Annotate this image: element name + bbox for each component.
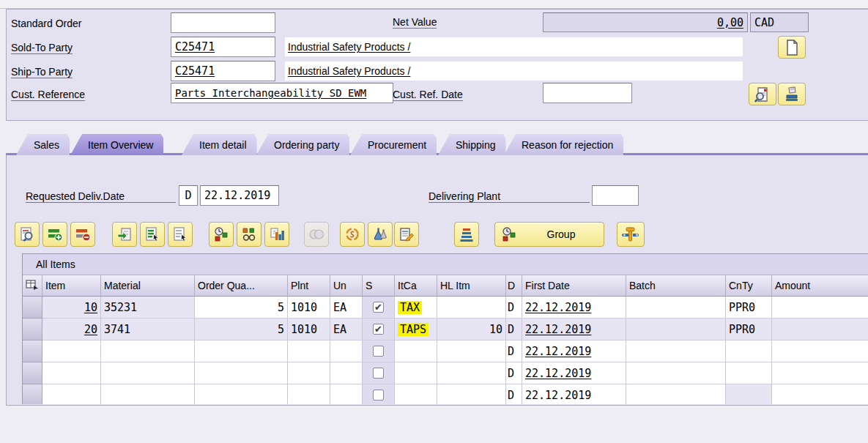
- cell-hl-item[interactable]: [437, 297, 506, 319]
- cell-plant[interactable]: [288, 384, 330, 404]
- cell-material[interactable]: 35231: [101, 297, 195, 319]
- cell-d[interactable]: D: [506, 362, 522, 384]
- tab-shipping[interactable]: Shipping: [438, 134, 506, 155]
- cell-hl-item[interactable]: [437, 340, 506, 362]
- cell-batch[interactable]: [626, 297, 726, 319]
- col-cnty[interactable]: CnTy: [726, 275, 772, 297]
- col-s[interactable]: S: [363, 275, 395, 297]
- cell-s-checkbox[interactable]: ✔: [363, 319, 395, 340]
- configuration-button[interactable]: [394, 222, 419, 247]
- cell-item[interactable]: [42, 384, 101, 404]
- create-document-button[interactable]: [778, 36, 806, 59]
- col-unit[interactable]: Un: [330, 275, 363, 297]
- output-preview-button[interactable]: [778, 83, 806, 105]
- row-selector[interactable]: [23, 319, 42, 340]
- col-hl-item[interactable]: HL Itm: [437, 275, 506, 297]
- cell-qty[interactable]: [195, 362, 288, 384]
- ship-to-name-field[interactable]: Industrial Safety Products /: [285, 62, 743, 81]
- sold-to-input[interactable]: C25471: [171, 37, 275, 57]
- row-selector[interactable]: [23, 362, 42, 384]
- cell-s-checkbox[interactable]: [363, 362, 395, 384]
- batch-determination-button[interactable]: [368, 222, 393, 247]
- col-plant[interactable]: Plnt: [288, 275, 330, 297]
- cell-s-checkbox[interactable]: [363, 340, 395, 362]
- display-range-button[interactable]: [237, 222, 261, 247]
- cell-first-date[interactable]: 22.12.2019: [522, 319, 626, 340]
- cell-cnty[interactable]: [726, 384, 772, 404]
- cell-qty[interactable]: [195, 384, 288, 404]
- cell-amount[interactable]: [772, 340, 868, 362]
- cell-item[interactable]: 20: [42, 319, 101, 340]
- cell-plant[interactable]: [288, 362, 330, 384]
- cell-unit[interactable]: [330, 362, 363, 384]
- cell-cnty[interactable]: [726, 340, 772, 362]
- cell-unit[interactable]: EA: [330, 319, 363, 340]
- delivering-plant-input[interactable]: [592, 185, 639, 206]
- availability-check-button[interactable]: [209, 222, 234, 247]
- cell-first-date[interactable]: 22.12.2019: [522, 297, 626, 319]
- cell-first-date[interactable]: 22.12.2019: [522, 384, 626, 404]
- cell-material[interactable]: [101, 362, 195, 384]
- cell-batch[interactable]: [626, 319, 726, 340]
- group-button[interactable]: Group: [494, 222, 604, 247]
- cell-amount[interactable]: [772, 297, 868, 319]
- tab-reason-for-rejection[interactable]: Reason for rejection: [504, 134, 623, 155]
- cell-batch[interactable]: [626, 384, 726, 404]
- find-item-button[interactable]: [15, 222, 40, 247]
- cell-s-checkbox[interactable]: ✔: [363, 297, 395, 319]
- cell-itca[interactable]: TAPS: [395, 319, 437, 340]
- cell-cnty[interactable]: PPR0: [726, 297, 772, 319]
- cell-hl-item[interactable]: 10: [437, 319, 506, 340]
- col-batch[interactable]: Batch: [626, 275, 726, 297]
- cell-itca[interactable]: [395, 362, 437, 384]
- cell-qty[interactable]: 5: [195, 297, 288, 319]
- item-detail-button[interactable]: [140, 222, 165, 247]
- row-selector[interactable]: [23, 340, 42, 362]
- tab-ordering-party[interactable]: Ordering party: [256, 134, 349, 155]
- col-item[interactable]: Item: [42, 275, 101, 297]
- cust-ref-date-input[interactable]: [543, 83, 632, 103]
- search-documents-button[interactable]: [749, 83, 776, 105]
- cell-material[interactable]: 3741: [101, 319, 195, 340]
- cell-d[interactable]: D: [506, 297, 522, 319]
- cell-plant[interactable]: 1010: [288, 297, 330, 319]
- cell-hl-item[interactable]: [437, 362, 506, 384]
- cell-amount[interactable]: [772, 319, 868, 340]
- tab-item-detail[interactable]: Item detail: [182, 134, 257, 155]
- cell-qty[interactable]: 5: [195, 319, 288, 340]
- cell-first-date[interactable]: 22.12.2019: [522, 340, 626, 362]
- col-order-quantity[interactable]: Order Qua...: [195, 275, 288, 297]
- insert-item-button[interactable]: [42, 222, 67, 247]
- pricing-button[interactable]: 7: [264, 222, 289, 247]
- requested-deliv-date-input[interactable]: 22.12.2019: [200, 185, 279, 206]
- cell-plant[interactable]: [288, 340, 330, 362]
- col-itca[interactable]: ItCa: [395, 275, 437, 297]
- cell-item[interactable]: [42, 340, 101, 362]
- col-material[interactable]: Material: [101, 275, 195, 297]
- cell-cnty[interactable]: [726, 362, 772, 384]
- cell-plant[interactable]: 1010: [288, 319, 330, 340]
- cell-amount[interactable]: [772, 362, 868, 384]
- order-number-input[interactable]: [171, 12, 275, 33]
- sold-to-name-field[interactable]: Industrial Safety Products /: [285, 37, 743, 56]
- row-selector[interactable]: [23, 297, 42, 319]
- cell-amount[interactable]: [772, 384, 868, 404]
- cell-material[interactable]: [101, 384, 195, 404]
- sort-button[interactable]: [454, 222, 479, 247]
- display-item-button[interactable]: [168, 222, 193, 247]
- update-prices-button[interactable]: [340, 222, 365, 247]
- cell-d[interactable]: D: [506, 384, 522, 404]
- propose-items-button[interactable]: [112, 222, 137, 247]
- row-selector[interactable]: [23, 384, 42, 404]
- cell-cnty[interactable]: PPR0: [726, 319, 772, 340]
- cell-material[interactable]: [101, 340, 195, 362]
- cell-first-date[interactable]: 22.12.2019: [522, 362, 626, 384]
- cell-d[interactable]: D: [506, 340, 522, 362]
- cell-itca[interactable]: [395, 384, 437, 404]
- cell-unit[interactable]: [330, 340, 363, 362]
- cell-qty[interactable]: [195, 340, 288, 362]
- cell-itca[interactable]: [395, 340, 437, 362]
- tab-sales[interactable]: Sales: [16, 134, 70, 155]
- col-first-date[interactable]: First Date: [522, 275, 626, 297]
- col-amount[interactable]: Amount: [772, 275, 868, 297]
